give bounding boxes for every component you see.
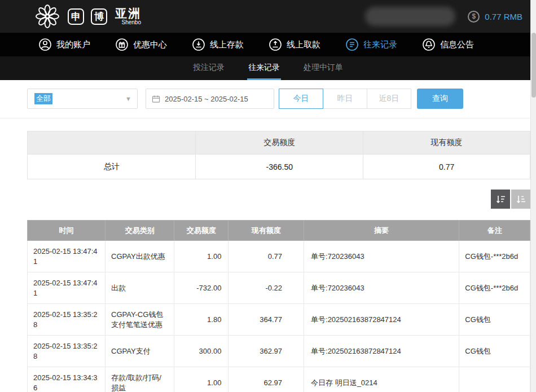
records-icon [345,38,359,51]
last-8-days-button[interactable]: 近8日 [367,89,411,109]
nav-label: 我的账户 [56,39,90,50]
cell-remark: CG钱包-***2b6d [459,241,530,272]
cell-remark: CG钱包-***2b6d [459,272,530,304]
nav-label: 往来记录 [363,39,397,50]
cell-summary: 单号:202502163872847124 [304,304,459,336]
main-navigation: 我的账户 优惠中心 线上存款 线上取款 往来记录 [0,33,536,56]
summary-header-empty [28,131,196,155]
cell-time: 2025-02-15 13:34:36 [28,367,106,392]
cell-summary: 单号:720236043 [304,241,459,272]
summary-transaction-total: -366.50 [196,155,363,179]
query-button[interactable]: 查询 [417,89,463,109]
cell-type: CGPAY出款优惠 [106,241,174,272]
cell-time: 2025-02-15 13:47:41 [28,272,106,304]
chevron-down-icon: ▼ [125,95,131,102]
cell-balance: 62.97 [229,367,304,392]
cell-time: 2025-02-15 13:47:41 [28,241,106,272]
brand-logo[interactable]: 申 博 亚洲 Shenbo [34,3,141,30]
table-row: 2025-02-15 13:34:36 存款/取款/打码/损益 1.00 62.… [28,367,530,392]
cell-remark: CG钱包 [459,304,530,336]
sort-ascending-button[interactable] [511,190,530,209]
cell-balance: 362.97 [229,336,304,367]
today-button[interactable]: 今日 [279,89,323,109]
table-row: 2025-02-15 13:47:41 出款 -732.00 -0.22 单号:… [28,272,530,304]
record-tabs: 投注记录 往来记录 处理中订单 [0,56,536,80]
summary-current-total: 0.77 [363,155,530,179]
summary-header-current: 现有额度 [363,131,530,155]
section-divider [0,118,536,118]
nav-label: 信息公告 [440,39,474,50]
flower-logo-icon [34,3,61,30]
sort-ascending-icon [516,194,526,205]
cell-balance: 0.77 [229,241,304,272]
logo-char-shen: 申 [68,8,84,25]
transaction-records-page: 申 博 亚洲 Shenbo $ 0.77 RMB 我的账户 [0,0,536,392]
redacted-user-info [365,7,455,26]
cell-amount: 1.00 [174,367,229,392]
cell-amount: 1.80 [174,304,229,336]
cell-time: 2025-02-15 13:35:28 [28,336,106,367]
cell-summary: 今日存 明日送_0214 [304,367,459,392]
deposit-icon [192,38,205,51]
tab-transaction-records[interactable]: 往来记录 [247,56,281,80]
date-range-input[interactable]: 2025-02-15 ~ 2025-02-15 [146,89,274,109]
bell-icon [422,38,436,51]
nav-item-announcements[interactable]: 信息公告 [422,38,474,51]
nav-label: 线上取款 [287,39,320,50]
balance-amount: 0.77 RMB [485,12,522,21]
summary-row: 总计 -366.50 0.77 [28,155,530,179]
cell-balance: -0.22 [229,272,304,304]
cell-amount: 1.00 [174,241,229,272]
yesterday-button[interactable]: 昨日 [323,89,367,109]
cell-balance: 364.77 [229,304,304,336]
calendar-icon [152,95,160,103]
user-icon [38,38,52,51]
date-range-value: 2025-02-15 ~ 2025-02-15 [165,95,248,103]
col-header-summary: 摘要 [304,221,459,241]
cell-summary: 单号:202502163872847124 [304,336,459,367]
cell-type: 存款/取款/打码/损益 [106,367,174,392]
nav-item-promotions[interactable]: 优惠中心 [115,38,167,51]
summary-table: 交易额度 现有额度 总计 -366.50 0.77 [27,131,530,179]
scrollbar-thumb[interactable] [531,33,536,98]
logo-text-en: Shenbo [122,20,141,26]
table-row: 2025-02-15 13:35:28 CGPAY支付 300.00 362.9… [28,336,530,367]
cell-type: CGPAY支付 [106,336,174,367]
col-header-time: 时间 [28,221,106,241]
withdraw-icon [269,38,282,51]
nav-item-withdraw[interactable]: 线上取款 [269,38,320,51]
cell-type: CGPAY-CG钱包支付笔笔送优惠 [106,304,174,336]
col-header-type: 交易类别 [106,221,174,241]
vertical-scrollbar[interactable] [530,0,536,392]
nav-item-my-account[interactable]: 我的账户 [38,38,90,51]
quick-date-buttons: 今日 昨日 近8日 [279,89,411,109]
logo-text-cn: 亚洲 [115,7,141,20]
sort-descending-button[interactable] [491,190,510,209]
table-row: 2025-02-15 13:47:41 CGPAY出款优惠 1.00 0.77 … [28,241,530,272]
cell-time: 2025-02-15 13:35:28 [28,304,106,336]
cell-amount: 300.00 [174,336,229,367]
dollar-icon: $ [468,11,480,23]
nav-label: 线上存款 [210,39,244,50]
cell-summary: 单号:720236043 [304,272,459,304]
cell-type: 出款 [106,272,174,304]
col-header-balance: 现有额度 [229,221,304,241]
summary-header-transaction: 交易额度 [196,131,363,155]
transactions-body: 2025-02-15 13:47:41 CGPAY出款优惠 1.00 0.77 … [28,241,530,392]
gift-icon [115,38,129,51]
cell-amount: -732.00 [174,272,229,304]
table-row: 2025-02-15 13:35:28 CGPAY-CG钱包支付笔笔送优惠 1.… [28,304,530,336]
tab-betting-records[interactable]: 投注记录 [192,56,226,80]
cell-remark: CG钱包 [459,336,530,367]
summary-total-label: 总计 [28,155,196,179]
type-select-value: 全部 [34,93,52,104]
nav-label: 优惠中心 [133,39,167,50]
nav-item-transaction-records[interactable]: 往来记录 [345,38,397,51]
nav-item-deposit[interactable]: 线上存款 [192,38,244,51]
account-balance: $ 0.77 RMB [468,11,522,23]
type-select[interactable]: 全部 ▼ [27,89,138,109]
col-header-remark: 备注 [459,221,530,241]
col-header-amount: 交易额度 [174,221,229,241]
tab-processing-orders[interactable]: 处理中订单 [302,56,344,80]
logo-char-bo: 博 [91,8,107,25]
